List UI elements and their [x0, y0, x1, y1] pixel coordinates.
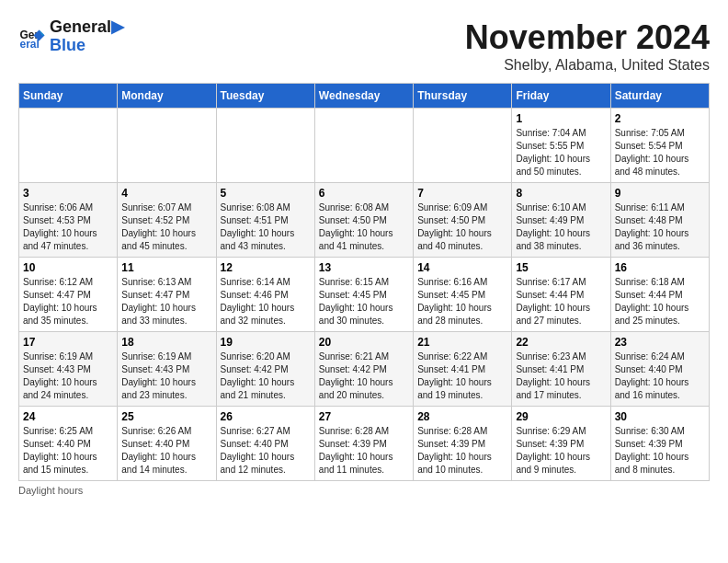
day-info: Sunrise: 6:09 AM Sunset: 4:50 PM Dayligh… [417, 201, 507, 253]
day-number: 12 [221, 261, 311, 274]
day-number: 17 [23, 336, 113, 349]
day-info: Sunrise: 6:28 AM Sunset: 4:39 PM Dayligh… [319, 425, 409, 477]
calendar-cell: 4Sunrise: 6:07 AM Sunset: 4:52 PM Daylig… [118, 183, 216, 258]
day-number: 2 [615, 112, 705, 125]
calendar-cell: 25Sunrise: 6:26 AM Sunset: 4:40 PM Dayli… [118, 407, 216, 481]
calendar-cell [19, 109, 118, 183]
logo: Gen eral General▶ Blue [18, 18, 124, 55]
day-number: 23 [615, 336, 705, 349]
day-info: Sunrise: 6:22 AM Sunset: 4:41 PM Dayligh… [417, 350, 507, 402]
logo-line2: Blue [50, 37, 124, 55]
calendar-cell: 18Sunrise: 6:19 AM Sunset: 4:43 PM Dayli… [118, 332, 216, 407]
calendar-cell: 6Sunrise: 6:08 AM Sunset: 4:50 PM Daylig… [314, 183, 413, 258]
header-day-tuesday: Tuesday [216, 84, 314, 109]
calendar-cell [118, 109, 216, 183]
calendar-cell: 10Sunrise: 6:12 AM Sunset: 4:47 PM Dayli… [19, 258, 118, 332]
calendar-cell: 20Sunrise: 6:21 AM Sunset: 4:42 PM Dayli… [314, 332, 413, 407]
day-info: Sunrise: 6:19 AM Sunset: 4:43 PM Dayligh… [121, 350, 211, 402]
day-number: 16 [615, 261, 705, 274]
day-info: Sunrise: 6:15 AM Sunset: 4:45 PM Dayligh… [319, 276, 409, 327]
calendar-cell: 3Sunrise: 6:06 AM Sunset: 4:53 PM Daylig… [19, 183, 118, 258]
day-info: Sunrise: 6:16 AM Sunset: 4:45 PM Dayligh… [417, 276, 507, 327]
day-number: 13 [319, 261, 409, 274]
day-info: Sunrise: 6:14 AM Sunset: 4:46 PM Dayligh… [221, 276, 311, 327]
calendar-cell: 24Sunrise: 6:25 AM Sunset: 4:40 PM Dayli… [19, 407, 118, 481]
header-day-friday: Friday [512, 84, 610, 109]
calendar-cell: 22Sunrise: 6:23 AM Sunset: 4:41 PM Dayli… [512, 332, 610, 407]
day-number: 14 [417, 261, 507, 274]
calendar-cell: 23Sunrise: 6:24 AM Sunset: 4:40 PM Dayli… [610, 332, 709, 407]
calendar-cell: 13Sunrise: 6:15 AM Sunset: 4:45 PM Dayli… [314, 258, 413, 332]
header-day-saturday: Saturday [610, 84, 709, 109]
day-number: 27 [319, 410, 409, 423]
day-number: 15 [516, 261, 606, 274]
day-info: Sunrise: 6:19 AM Sunset: 4:43 PM Dayligh… [23, 350, 113, 402]
day-number: 1 [516, 112, 606, 125]
day-number: 22 [516, 336, 606, 349]
calendar-cell: 7Sunrise: 6:09 AM Sunset: 4:50 PM Daylig… [414, 183, 512, 258]
location-title: Shelby, Alabama, United States [465, 57, 710, 74]
calendar-cell [216, 109, 314, 183]
day-number: 6 [319, 187, 409, 200]
day-number: 30 [615, 410, 705, 423]
day-info: Sunrise: 6:24 AM Sunset: 4:40 PM Dayligh… [615, 350, 705, 402]
day-info: Sunrise: 6:29 AM Sunset: 4:39 PM Dayligh… [516, 425, 606, 477]
calendar-cell: 30Sunrise: 6:30 AM Sunset: 4:39 PM Dayli… [610, 407, 709, 481]
week-row-0: 1Sunrise: 7:04 AM Sunset: 5:55 PM Daylig… [19, 109, 710, 183]
day-number: 9 [615, 187, 705, 200]
day-info: Sunrise: 6:28 AM Sunset: 4:39 PM Dayligh… [417, 425, 507, 477]
month-title: November 2024 [465, 18, 710, 57]
calendar-cell: 29Sunrise: 6:29 AM Sunset: 4:39 PM Dayli… [512, 407, 610, 481]
day-info: Sunrise: 6:30 AM Sunset: 4:39 PM Dayligh… [615, 425, 705, 477]
calendar-cell: 27Sunrise: 6:28 AM Sunset: 4:39 PM Dayli… [314, 407, 413, 481]
day-info: Sunrise: 6:23 AM Sunset: 4:41 PM Dayligh… [516, 350, 606, 402]
day-info: Sunrise: 6:13 AM Sunset: 4:47 PM Dayligh… [121, 276, 211, 327]
calendar-cell: 15Sunrise: 6:17 AM Sunset: 4:44 PM Dayli… [512, 258, 610, 332]
footer: Daylight hours [18, 485, 710, 496]
calendar-cell: 8Sunrise: 6:10 AM Sunset: 4:49 PM Daylig… [512, 183, 610, 258]
day-number: 18 [121, 336, 211, 349]
day-number: 21 [417, 336, 507, 349]
day-number: 5 [221, 187, 311, 200]
day-number: 11 [121, 261, 211, 274]
calendar-cell: 1Sunrise: 7:04 AM Sunset: 5:55 PM Daylig… [512, 109, 610, 183]
day-info: Sunrise: 6:20 AM Sunset: 4:42 PM Dayligh… [221, 350, 311, 402]
day-info: Sunrise: 7:05 AM Sunset: 5:54 PM Dayligh… [615, 127, 705, 178]
calendar-cell: 16Sunrise: 6:18 AM Sunset: 4:44 PM Dayli… [610, 258, 709, 332]
day-number: 29 [516, 410, 606, 423]
day-number: 19 [221, 336, 311, 349]
calendar-cell: 12Sunrise: 6:14 AM Sunset: 4:46 PM Dayli… [216, 258, 314, 332]
day-info: Sunrise: 6:10 AM Sunset: 4:49 PM Dayligh… [516, 201, 606, 253]
day-info: Sunrise: 6:06 AM Sunset: 4:53 PM Dayligh… [23, 201, 113, 253]
calendar-cell: 11Sunrise: 6:13 AM Sunset: 4:47 PM Dayli… [118, 258, 216, 332]
header-day-monday: Monday [118, 84, 216, 109]
day-number: 7 [417, 187, 507, 200]
header: Gen eral General▶ Blue November 2024 She… [18, 18, 710, 74]
day-number: 8 [516, 187, 606, 200]
day-info: Sunrise: 7:04 AM Sunset: 5:55 PM Dayligh… [516, 127, 606, 178]
day-info: Sunrise: 6:11 AM Sunset: 4:48 PM Dayligh… [615, 201, 705, 253]
calendar-cell [314, 109, 413, 183]
day-info: Sunrise: 6:18 AM Sunset: 4:44 PM Dayligh… [615, 276, 705, 327]
calendar-cell: 17Sunrise: 6:19 AM Sunset: 4:43 PM Dayli… [19, 332, 118, 407]
calendar-cell [414, 109, 512, 183]
header-day-sunday: Sunday [19, 84, 118, 109]
week-row-3: 17Sunrise: 6:19 AM Sunset: 4:43 PM Dayli… [19, 332, 710, 407]
calendar-cell: 21Sunrise: 6:22 AM Sunset: 4:41 PM Dayli… [414, 332, 512, 407]
day-info: Sunrise: 6:08 AM Sunset: 4:51 PM Dayligh… [221, 201, 311, 253]
header-day-thursday: Thursday [414, 84, 512, 109]
day-info: Sunrise: 6:07 AM Sunset: 4:52 PM Dayligh… [121, 201, 211, 253]
day-info: Sunrise: 6:08 AM Sunset: 4:50 PM Dayligh… [319, 201, 409, 253]
day-info: Sunrise: 6:25 AM Sunset: 4:40 PM Dayligh… [23, 425, 113, 477]
header-row: SundayMondayTuesdayWednesdayThursdayFrid… [19, 84, 710, 109]
week-row-1: 3Sunrise: 6:06 AM Sunset: 4:53 PM Daylig… [19, 183, 710, 258]
calendar-cell: 19Sunrise: 6:20 AM Sunset: 4:42 PM Dayli… [216, 332, 314, 407]
day-number: 26 [221, 410, 311, 423]
calendar-cell: 2Sunrise: 7:05 AM Sunset: 5:54 PM Daylig… [610, 109, 709, 183]
calendar-cell: 5Sunrise: 6:08 AM Sunset: 4:51 PM Daylig… [216, 183, 314, 258]
calendar-cell: 14Sunrise: 6:16 AM Sunset: 4:45 PM Dayli… [414, 258, 512, 332]
title-section: November 2024 Shelby, Alabama, United St… [465, 18, 710, 74]
day-info: Sunrise: 6:12 AM Sunset: 4:47 PM Dayligh… [23, 276, 113, 327]
calendar-cell: 26Sunrise: 6:27 AM Sunset: 4:40 PM Dayli… [216, 407, 314, 481]
day-number: 20 [319, 336, 409, 349]
